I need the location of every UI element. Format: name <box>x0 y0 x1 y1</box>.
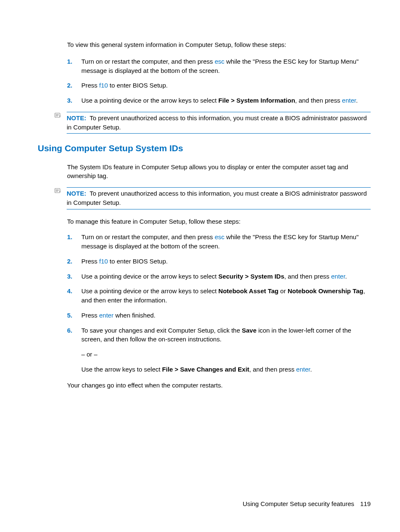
step-2: 2. Press f10 to enter BIOS Setup. <box>67 81 371 90</box>
step-5: 5. Press enter when finished. <box>67 311 371 320</box>
step-1: 1. Turn on or restart the computer, and … <box>67 232 371 251</box>
step-content: Use a pointing device or the arrow keys … <box>81 287 371 305</box>
note-icon <box>55 112 61 121</box>
step-number: 3. <box>67 96 81 105</box>
step-3: 3. Use a pointing device or the arrow ke… <box>67 96 371 105</box>
step-number: 5. <box>67 311 81 320</box>
option-1: Notebook Asset Tag <box>218 287 278 294</box>
step-3: 3. Use a pointing device or the arrow ke… <box>67 272 371 281</box>
key-esc: esc <box>215 233 224 240</box>
note-label: NOTE: <box>67 114 86 121</box>
step-number: 1. <box>67 232 81 251</box>
key-esc: esc <box>215 58 224 65</box>
menu-path: Security > System IDs <box>218 273 284 280</box>
save-icon-ref: Save <box>242 327 257 334</box>
step-content: Turn on or restart the computer, and the… <box>81 232 371 251</box>
step-number: 1. <box>67 57 81 75</box>
step-number: 2. <box>67 81 81 90</box>
step-content: Press f10 to enter BIOS Setup. <box>81 81 371 90</box>
note-icon <box>55 188 61 196</box>
note-text: To prevent unauthorized access to this i… <box>67 114 367 131</box>
note-body: NOTE:To prevent unauthorized access to t… <box>67 112 371 134</box>
step-content: Use a pointing device or the arrow keys … <box>81 96 371 105</box>
key-f10: f10 <box>99 258 108 265</box>
step-number: 2. <box>67 257 81 266</box>
menu-path: File > Save Changes and Exit <box>162 366 249 373</box>
note-text: To prevent unauthorized access to this i… <box>67 190 367 206</box>
step-content: To save your changes and exit Computer S… <box>81 326 371 374</box>
step-1: 1. Turn on or restart the computer, and … <box>67 57 371 75</box>
footer-text: Using Computer Setup security features <box>243 500 354 507</box>
section1-intro: To view this general system information … <box>67 40 371 49</box>
step-number: 4. <box>67 287 81 305</box>
step-content: Use a pointing device or the arrow keys … <box>81 272 371 281</box>
step-content: Press f10 to enter BIOS Setup. <box>81 257 371 266</box>
section1-steps: 1. Turn on or restart the computer, and … <box>67 57 371 105</box>
section2-intro2: To manage this feature in Computer Setup… <box>67 217 371 226</box>
key-enter: enter <box>342 97 356 104</box>
step-6: 6. To save your changes and exit Compute… <box>67 326 371 374</box>
step-number: 3. <box>67 272 81 281</box>
section2-outro: Your changes go into effect when the com… <box>67 381 371 390</box>
step-content: Turn on or restart the computer, and the… <box>81 57 371 75</box>
step-4: 4. Use a pointing device or the arrow ke… <box>67 287 371 305</box>
step-2: 2. Press f10 to enter BIOS Setup. <box>67 257 371 266</box>
page-footer: Using Computer Setup security features 1… <box>243 499 371 509</box>
or-separator: – or – <box>81 350 371 359</box>
option-2: Notebook Ownership Tag <box>288 287 364 294</box>
key-f10: f10 <box>99 82 108 89</box>
key-enter: enter <box>331 273 345 280</box>
note-body: NOTE:To prevent unauthorized access to t… <box>67 187 371 209</box>
section2-steps: 1. Turn on or restart the computer, and … <box>67 232 371 374</box>
section2-heading: Using Computer Setup System IDs <box>38 142 371 155</box>
note-label: NOTE: <box>67 190 86 197</box>
page-number: 119 <box>360 500 371 507</box>
key-enter: enter <box>296 366 310 373</box>
step-number: 6. <box>67 326 81 374</box>
menu-path: File > System Information <box>218 97 295 104</box>
note-block-1: NOTE:To prevent unauthorized access to t… <box>57 112 371 134</box>
key-enter: enter <box>99 312 114 319</box>
section2-intro: The System IDs feature in Computer Setup… <box>67 163 371 181</box>
note-block-2: NOTE:To prevent unauthorized access to t… <box>57 187 371 209</box>
step-content: Press enter when finished. <box>81 311 371 320</box>
